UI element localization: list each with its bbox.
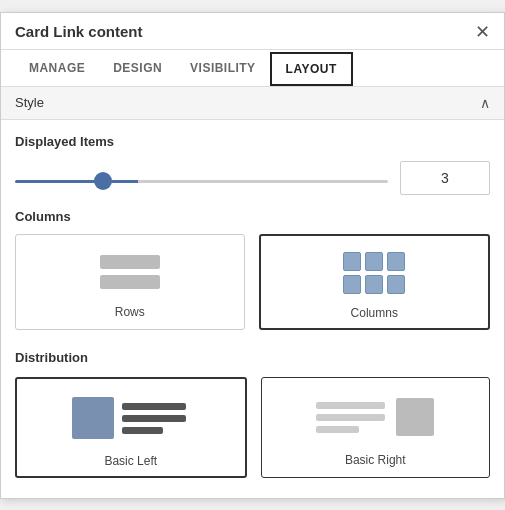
content-area: Displayed Items 3 Columns Rows [1, 120, 504, 498]
tab-visibility[interactable]: VISIBILITY [176, 50, 269, 86]
col-cell-1 [343, 252, 361, 271]
tab-bar: MANAGE DESIGN VISIBILITY LAYOUT [1, 50, 504, 87]
slider-wrap [15, 169, 388, 187]
displayed-items-value: 3 [400, 161, 490, 195]
col-cell-6 [387, 275, 405, 294]
basic-right-icon [310, 390, 440, 445]
br-line-3 [316, 426, 359, 433]
distribution-options: Basic Left Basic Right [15, 377, 490, 478]
style-section-label: Style [15, 95, 44, 110]
bl-line-2 [122, 415, 187, 422]
basic-left-lines [122, 403, 190, 434]
col-cell-3 [387, 252, 405, 271]
layout-option-rows[interactable]: Rows [15, 234, 245, 330]
displayed-items-label: Displayed Items [15, 134, 490, 149]
chevron-up-icon: ∧ [480, 95, 490, 111]
tab-design[interactable]: DESIGN [99, 50, 176, 86]
layout-options: Rows Columns [15, 234, 490, 330]
columns-icon [339, 248, 409, 298]
tab-manage[interactable]: MANAGE [15, 50, 99, 86]
dist-option-basic-right[interactable]: Basic Right [261, 377, 491, 478]
distribution-label: Distribution [15, 350, 490, 365]
row-bar-2 [100, 275, 160, 289]
slider-row: 3 [15, 161, 490, 195]
basic-left-color-block [72, 397, 114, 439]
dist-option-basic-left[interactable]: Basic Left [15, 377, 247, 478]
displayed-items-slider[interactable] [15, 180, 388, 183]
rows-label: Rows [115, 305, 145, 319]
tab-layout[interactable]: LAYOUT [270, 52, 353, 86]
basic-left-label: Basic Left [104, 454, 157, 468]
col-cell-5 [365, 275, 383, 294]
basic-right-lines [316, 402, 388, 433]
bl-line-1 [122, 403, 187, 410]
col-cell-2 [365, 252, 383, 271]
br-line-2 [316, 414, 384, 421]
layout-option-columns[interactable]: Columns [259, 234, 491, 330]
row-bar-1 [100, 255, 160, 269]
br-line-1 [316, 402, 384, 409]
bl-line-3 [122, 427, 163, 434]
panel: Card Link content ✕ MANAGE DESIGN VISIBI… [0, 12, 505, 499]
style-section-bar[interactable]: Style ∧ [1, 87, 504, 120]
close-button[interactable]: ✕ [475, 23, 490, 41]
columns-label-text: Columns [351, 306, 398, 320]
rows-icon [95, 247, 165, 297]
basic-right-label: Basic Right [345, 453, 406, 467]
col-cell-4 [343, 275, 361, 294]
panel-header: Card Link content ✕ [1, 13, 504, 50]
columns-label: Columns [15, 209, 490, 224]
panel-title: Card Link content [15, 23, 143, 40]
basic-right-color-block [396, 398, 434, 436]
basic-left-icon [66, 391, 196, 446]
